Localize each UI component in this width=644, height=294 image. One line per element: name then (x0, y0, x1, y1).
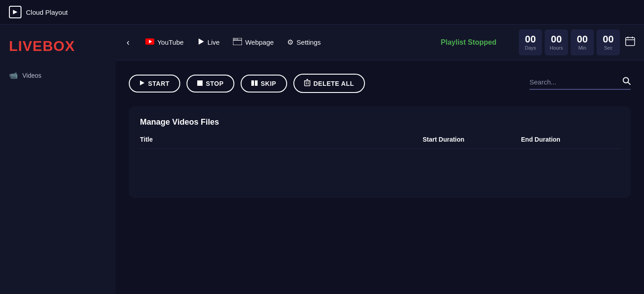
search-button[interactable] (623, 77, 631, 87)
logo-wordmark: LIVEBOX (9, 38, 106, 55)
table-title: Manage Videos Files (140, 118, 619, 127)
settings-icon: ⚙ (287, 38, 293, 46)
timer-days-value: 00 (525, 34, 536, 44)
start-button[interactable]: START (129, 75, 180, 92)
stop-icon (197, 80, 203, 87)
calendar-button[interactable] (625, 36, 635, 49)
nav-webpage[interactable]: Webpage (233, 38, 274, 47)
header-nav: ‹ YouTube Live (115, 25, 644, 60)
svg-rect-16 (255, 80, 258, 86)
nav-live-label: Live (208, 38, 220, 46)
top-bar-logo-icon (9, 6, 21, 18)
timer-min-label: Min (578, 45, 586, 50)
youtube-icon (145, 38, 154, 46)
live-icon (197, 38, 204, 47)
nav-webpage-label: Webpage (245, 38, 274, 46)
col-header-start: Start Duration (423, 136, 521, 143)
action-row: START STOP (129, 74, 631, 93)
timer-hours-value: 00 (551, 34, 562, 44)
table-section: Manage Videos Files Title Start Duration… (129, 106, 631, 198)
top-bar: Cloud Playout (0, 0, 644, 25)
timer-sec-label: Sec (604, 45, 613, 50)
timer-min: 00 Min (571, 29, 594, 55)
timer-group: 00 Days 00 Hours 00 Min 00 Sec (519, 29, 635, 55)
timer-sec: 00 Sec (597, 29, 620, 55)
col-header-title: Title (140, 136, 423, 143)
content-area: START STOP (115, 60, 644, 294)
skip-button[interactable]: SKIP (241, 75, 287, 92)
svg-marker-3 (199, 38, 204, 45)
timer-days-label: Days (525, 45, 536, 50)
svg-rect-15 (251, 80, 254, 86)
nav-back-button[interactable]: ‹ (124, 37, 132, 47)
layout: LIVEBOX 📹 Videos ‹ YouTube (0, 25, 644, 294)
nav-live[interactable]: Live (197, 38, 220, 47)
svg-rect-14 (197, 80, 203, 86)
svg-marker-13 (140, 80, 144, 85)
start-icon (140, 80, 145, 87)
col-header-end: End Duration (521, 136, 619, 143)
stop-button[interactable]: STOP (186, 75, 234, 92)
sidebar-item-label: Videos (22, 72, 42, 79)
delete-all-button[interactable]: DELETE ALL (293, 74, 365, 93)
skip-icon (251, 80, 258, 87)
webpage-icon (233, 38, 242, 47)
timer-hours-label: Hours (550, 45, 563, 50)
svg-line-23 (628, 82, 630, 84)
timer-hours: 00 Hours (545, 29, 568, 55)
svg-point-7 (236, 38, 237, 39)
svg-rect-17 (305, 81, 310, 86)
sidebar-item-videos[interactable]: 📹 Videos (0, 66, 115, 85)
timer-sec-value: 00 (603, 34, 614, 44)
main-content: ‹ YouTube Live (115, 25, 644, 294)
sidebar: LIVEBOX 📹 Videos (0, 25, 115, 294)
delete-icon (304, 79, 310, 88)
nav-youtube[interactable]: YouTube (145, 38, 184, 46)
timer-days: 00 Days (519, 29, 542, 55)
nav-settings-label: Settings (297, 38, 321, 46)
nav-youtube-label: YouTube (157, 38, 184, 46)
video-icon: 📹 (9, 71, 18, 80)
top-bar-title: Cloud Playout (26, 8, 68, 16)
svg-point-6 (234, 38, 235, 39)
playlist-status: Playlist Stopped (441, 38, 496, 46)
search-input[interactable] (530, 78, 619, 86)
table-header: Title Start Duration End Duration (140, 136, 619, 149)
svg-rect-9 (626, 38, 635, 46)
nav-settings[interactable]: ⚙ Settings (287, 38, 321, 46)
search-wrapper (530, 77, 631, 90)
svg-marker-0 (13, 10, 17, 14)
table-body (140, 151, 619, 187)
timer-min-value: 00 (577, 34, 588, 44)
svg-point-8 (237, 38, 238, 39)
sidebar-logo: LIVEBOX (0, 34, 115, 66)
